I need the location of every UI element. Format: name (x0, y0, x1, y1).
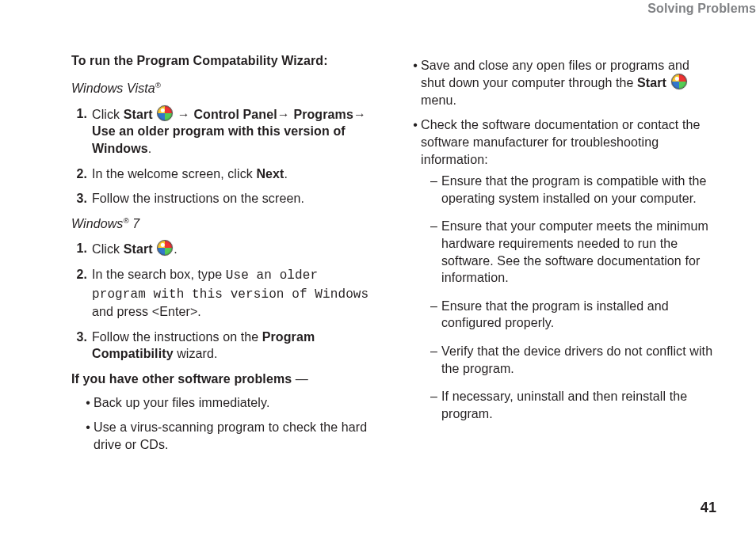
text: If necessary, uninstall and then reinsta… (441, 388, 716, 422)
other-problems-list: • Back up your files immediately. • Use … (82, 394, 378, 454)
text: Ensure that the program is compatible wi… (441, 173, 716, 207)
registered-mark: ® (155, 81, 161, 89)
step-text: Click Start → Control Panel→ Programs→ U… (92, 105, 378, 158)
text: . (284, 167, 288, 181)
bullet-icon: • (410, 116, 421, 433)
text: — (292, 372, 308, 386)
step-text: In the search box, type Use an older pro… (92, 266, 378, 321)
start-label: Start (637, 76, 666, 89)
list-item: –Ensure that the program is compatible w… (430, 173, 716, 207)
list-item: 2. In the welcome screen, click Next. (71, 165, 378, 183)
step-text: In the welcome screen, click Next. (92, 165, 378, 183)
arrow: → (178, 108, 194, 121)
list-item: • Save and close any open files or progr… (410, 57, 716, 109)
text: In the search box, type (92, 268, 226, 281)
dash-icon: – (430, 218, 441, 286)
text: Check the software documentation or cont… (421, 118, 700, 165)
step-number: 2. (71, 266, 87, 321)
windows-start-orb-icon (157, 105, 173, 121)
text: . (148, 142, 152, 155)
page-number: 41 (701, 498, 716, 517)
os-vista-label: Windows Vista® (71, 80, 378, 97)
list-item: • Check the software documentation or co… (410, 116, 716, 433)
text (153, 242, 157, 256)
list-item: 1. Click Start → Control Panel→ Programs… (71, 105, 378, 158)
start-label: Start (124, 242, 153, 256)
text: Back up your files immediately. (94, 394, 378, 412)
os-vista-text: Windows Vista (71, 82, 155, 95)
dash-icon: – (430, 298, 441, 332)
step-number: 1. (71, 105, 87, 158)
text (153, 108, 157, 121)
list-item: 3. Follow the instructions on the screen… (71, 190, 378, 207)
list-item: –Ensure that your computer meets the min… (430, 218, 716, 286)
os-win7-label: Windows® 7 (71, 215, 378, 233)
list-item: 1. Click Start . (71, 240, 378, 258)
step-text: Follow the instructions on the screen. (92, 190, 378, 207)
windows-start-orb-icon (157, 240, 173, 256)
text: Follow the instructions on the (92, 330, 262, 344)
bullet-icon: • (82, 419, 94, 453)
text: menu. (421, 93, 456, 107)
text: . (174, 242, 178, 256)
page-header: Solving Problems (0, 0, 756, 17)
text: Click (92, 108, 124, 121)
right-column: • Save and close any open files or progr… (410, 52, 716, 462)
text: and press <Enter>. (92, 305, 201, 318)
text: Ensure that the program is installed and… (441, 298, 716, 332)
dash-icon: – (430, 388, 441, 422)
use-older-label: Use an older program with this version o… (92, 124, 346, 155)
dash-icon: – (430, 343, 441, 377)
page-body: To run the Program Compatability Wizard:… (0, 29, 756, 485)
right-bullets: • Save and close any open files or progr… (410, 57, 716, 434)
step-number: 3. (71, 329, 87, 363)
step-number: 1. (71, 240, 87, 258)
left-column: To run the Program Compatability Wizard:… (71, 52, 378, 462)
text: Click (92, 242, 124, 256)
dash-icon: – (430, 173, 441, 207)
arrow: → (353, 108, 366, 121)
list-item: –If necessary, uninstall and then reinst… (430, 388, 716, 422)
step-number: 3. (71, 190, 87, 207)
list-item: 3. Follow the instructions on the Progra… (71, 329, 378, 363)
troubleshoot-sublist: –Ensure that the program is compatible w… (421, 173, 716, 422)
wizard-heading: To run the Program Compatability Wizard: (71, 52, 378, 70)
step-text: Follow the instructions on the Program C… (92, 329, 378, 363)
step-number: 2. (71, 165, 87, 183)
os-win7-suffix: 7 (129, 217, 140, 230)
text: Ensure that your computer meets the mini… (441, 218, 716, 286)
list-item: • Use a virus-scanning program to check … (82, 419, 378, 453)
control-panel-label: Control Panel (193, 108, 277, 121)
list-item: 2. In the search box, type Use an older … (71, 266, 378, 321)
other-problems-heading: If you have other software problems — (71, 371, 378, 388)
step-text: Click Start . (92, 240, 378, 258)
os-win7-text: Windows (71, 217, 123, 230)
list-item: –Ensure that the program is installed an… (430, 298, 716, 332)
text: Use a virus-scanning program to check th… (94, 419, 378, 453)
registered-mark: ® (123, 215, 128, 224)
list-item: • Back up your files immediately. (82, 394, 378, 412)
bullet-icon: • (410, 57, 421, 109)
win7-steps: 1. Click Start . 2. In the search box, t… (71, 240, 378, 363)
text: Verify that the device drivers do not co… (441, 343, 716, 377)
start-label: Start (124, 108, 153, 121)
arrow: → (277, 108, 294, 121)
list-item: –Verify that the device drivers do not c… (430, 343, 716, 377)
next-label: Next (256, 167, 284, 181)
programs-label: Programs (293, 108, 353, 121)
text (666, 76, 670, 89)
text: If you have other software problems (71, 372, 292, 386)
bullet-icon: • (82, 394, 94, 412)
text: Save and close any open files or program… (421, 57, 716, 109)
windows-start-orb-icon (671, 74, 687, 89)
vista-steps: 1. Click Start → Control Panel→ Programs… (71, 105, 378, 207)
text: wizard. (174, 347, 218, 360)
text: In the welcome screen, click (92, 167, 256, 181)
text: Check the software documentation or cont… (421, 116, 716, 433)
